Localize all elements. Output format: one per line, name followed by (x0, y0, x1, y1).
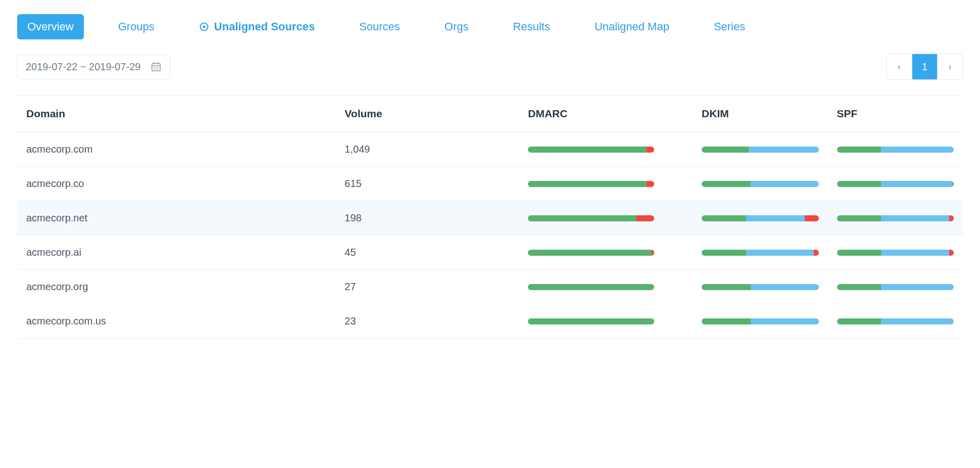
bar-segment-green (528, 215, 636, 221)
date-range-text: 2019-07-22 ~ 2019-07-29 (26, 61, 140, 73)
dkim-cell (693, 167, 827, 201)
table-row[interactable]: acmecorp.com.us23 (17, 304, 963, 339)
status-bar (528, 318, 654, 324)
spf-cell (828, 201, 963, 236)
bar-segment-blue (881, 215, 949, 221)
status-bar (528, 284, 654, 290)
col-domain[interactable]: Domain (17, 96, 335, 132)
bar-segment-blue (881, 284, 954, 290)
bar-segment-green (837, 181, 881, 187)
date-range-picker[interactable]: 2019-07-22 ~ 2019-07-29 (17, 55, 170, 79)
status-bar (528, 147, 654, 153)
volume-cell: 27 (335, 270, 519, 304)
status-bar (837, 250, 954, 256)
status-bar (837, 147, 954, 153)
domain-cell: acmecorp.org (17, 270, 335, 304)
pager-page-1[interactable]: 1 (912, 54, 937, 79)
bar-segment-green (528, 284, 654, 290)
status-bar (837, 284, 954, 290)
status-bar (702, 284, 818, 290)
spf-cell (828, 132, 963, 167)
toolbar: 2019-07-22 ~ 2019-07-29 ‹ 1 › (17, 54, 963, 80)
bar-segment-green (702, 318, 751, 324)
status-bar (702, 250, 818, 256)
spf-cell (828, 270, 963, 304)
status-bar (528, 250, 654, 256)
domains-table: Domain Volume DMARC DKIM SPF acmecorp.co… (17, 95, 963, 339)
status-bar (528, 181, 654, 187)
bar-segment-blue (881, 318, 954, 324)
bar-segment-red (949, 250, 954, 256)
bar-segment-red (949, 215, 954, 221)
dkim-cell (693, 304, 827, 339)
bar-segment-green (837, 284, 881, 290)
bar-segment-red (636, 215, 654, 221)
status-bar (702, 318, 818, 324)
dmarc-cell (519, 304, 693, 339)
volume-cell: 23 (335, 304, 519, 339)
tab-series[interactable]: Series (704, 14, 755, 39)
col-volume[interactable]: Volume (335, 96, 519, 132)
spf-cell (828, 167, 963, 201)
tab-groups[interactable]: Groups (108, 14, 165, 39)
tab-sources[interactable]: Sources (349, 14, 410, 39)
bar-segment-green (702, 215, 746, 221)
bar-segment-red (652, 250, 654, 256)
domain-cell: acmecorp.com (17, 132, 335, 167)
col-dkim[interactable]: DKIM (693, 96, 827, 132)
tab-unaligned-sources[interactable]: Unaligned Sources (189, 14, 325, 39)
table-row[interactable]: acmecorp.co615 (17, 167, 963, 201)
table-row[interactable]: acmecorp.ai45 (17, 236, 963, 270)
domain-cell: acmecorp.ai (17, 236, 335, 270)
dmarc-cell (519, 270, 693, 304)
bar-segment-green (702, 284, 751, 290)
calendar-icon (151, 61, 162, 72)
volume-cell: 615 (335, 167, 519, 201)
col-dmarc[interactable]: DMARC (519, 96, 693, 132)
bar-segment-blue (881, 181, 952, 187)
dmarc-cell (519, 236, 693, 270)
dmarc-cell (519, 167, 693, 201)
status-bar (837, 181, 954, 187)
pagination: ‹ 1 › (886, 54, 963, 80)
bar-segment-green (702, 250, 746, 256)
volume-cell: 198 (335, 201, 519, 236)
col-spf[interactable]: SPF (828, 96, 963, 132)
tab-results[interactable]: Results (503, 14, 560, 39)
bar-segment-green (528, 318, 654, 324)
tab-overview[interactable]: Overview (17, 14, 84, 39)
dmarc-cell (519, 201, 693, 236)
tabs-bar: Overview Groups Unaligned Sources Source… (17, 14, 963, 39)
pager-prev[interactable]: ‹ (887, 54, 912, 79)
bar-segment-blue (881, 250, 949, 256)
bar-segment-red (814, 250, 818, 256)
status-bar (528, 215, 654, 221)
table-row[interactable]: acmecorp.net198 (17, 201, 963, 236)
status-bar (702, 215, 818, 221)
bar-segment-green (528, 147, 647, 153)
bar-segment-red (647, 147, 654, 153)
target-icon (199, 22, 209, 32)
bar-segment-red (953, 181, 954, 187)
bar-segment-green (837, 250, 881, 256)
table-row[interactable]: acmecorp.com1,049 (17, 132, 963, 167)
pager-next[interactable]: › (937, 54, 962, 79)
bar-segment-red (647, 181, 654, 187)
status-bar (837, 318, 954, 324)
dkim-cell (693, 270, 827, 304)
table-row[interactable]: acmecorp.org27 (17, 270, 963, 304)
spf-cell (828, 236, 963, 270)
tab-unaligned-map[interactable]: Unaligned Map (584, 14, 679, 39)
tab-orgs[interactable]: Orgs (434, 14, 479, 39)
bar-segment-green (528, 181, 647, 187)
dkim-cell (693, 132, 827, 167)
bar-segment-blue (881, 147, 954, 153)
bar-segment-blue (751, 284, 818, 290)
domain-cell: acmecorp.com.us (17, 304, 335, 339)
bar-segment-green (837, 215, 881, 221)
bar-segment-blue (751, 318, 818, 324)
domain-cell: acmecorp.co (17, 167, 335, 201)
bar-segment-green (702, 181, 751, 187)
dkim-cell (693, 236, 827, 270)
dmarc-cell (519, 132, 693, 167)
